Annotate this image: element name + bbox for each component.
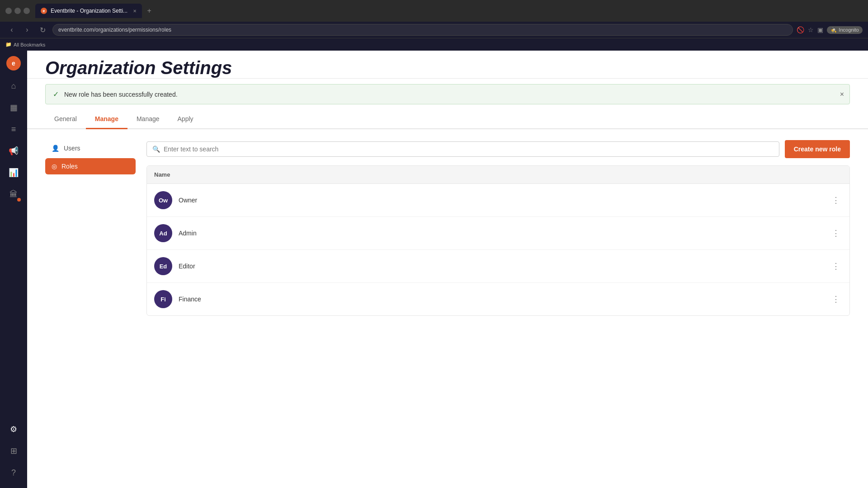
incognito-icon: 🕵 [830,27,837,33]
role-name: Admin [179,230,823,237]
split-view-icon[interactable]: ▣ [817,26,823,33]
tab-close-button[interactable]: ✕ [133,9,137,14]
roles-toolbar: 🔍 Create new role [146,140,850,158]
sidebar-item-finance[interactable]: 🏛 [4,184,24,204]
role-avatar: Ed [154,257,172,275]
table-row: Ed Editor ⋮ [147,250,849,283]
sidebar-item-events[interactable]: ▦ [4,98,24,117]
roles-menu-label: Roles [61,163,78,170]
close-window-button[interactable] [24,8,30,14]
role-avatar: Ad [154,224,172,242]
folder-icon: 📁 [5,42,12,47]
main-content: Organization Settings ✓ New role has bee… [27,51,868,488]
sidebar-item-apps[interactable]: ⊞ [4,441,24,461]
address-bar: ‹ › ↻ eventbrite.com/organizations/permi… [0,22,868,38]
sidebar-item-marketing[interactable]: 📢 [4,141,24,161]
help-icon: ? [11,468,16,478]
incognito-label: Incognito [839,27,859,33]
sidebar-item-orders[interactable]: ≡ [4,119,24,139]
nav-buttons: ‹ › ↻ [5,23,49,36]
finance-icon: 🏛 [9,190,18,199]
no-image-icon: 🚫 [797,26,804,33]
side-menu-roles[interactable]: ◎ Roles [45,158,136,174]
left-panel: 👤 Users ◎ Roles [45,140,136,477]
minimize-button[interactable] [5,8,12,14]
marketing-icon: 📢 [9,146,19,156]
analytics-icon: 📊 [9,168,19,178]
tab-manage2[interactable]: Manage [127,110,169,129]
orders-icon: ≡ [11,125,16,134]
calendar-icon: ▦ [10,103,18,113]
sidebar-item-analytics[interactable]: 📊 [4,163,24,183]
success-checkmark-icon: ✓ [53,90,59,99]
finance-badge [17,198,21,202]
role-menu-button[interactable]: ⋮ [830,293,842,305]
search-icon: 🔍 [152,145,160,153]
new-tab-button[interactable]: + [144,5,155,16]
tab-bar: e Eventbrite - Organization Setti... ✕ + [35,4,863,18]
url-bar[interactable]: eventbrite.com/organizations/permissions… [52,24,793,36]
table-row: Ad Admin ⋮ [147,217,849,250]
success-message: New role has been successfully created. [64,91,178,98]
right-panel: 🔍 Create new role Name Ow Owner ⋮ Ad Adm… [146,140,850,477]
column-name-label: Name [154,171,170,178]
tab-title: Eventbrite - Organization Setti... [51,8,127,14]
tab-general[interactable]: General [45,110,86,129]
search-input[interactable] [164,145,774,153]
success-banner: ✓ New role has been successfully created… [45,84,850,104]
sidebar-item-help[interactable]: ? [4,463,24,483]
back-button[interactable]: ‹ [5,23,18,36]
role-avatar: Fi [154,290,172,308]
apps-icon: ⊞ [10,446,17,456]
content-area: 👤 Users ◎ Roles 🔍 Create new role [27,129,868,488]
tab-manage[interactable]: Manage [86,110,127,129]
settings-icon: ⚙ [10,424,17,434]
bookmarks-bar: 📁 All Bookmarks [0,38,868,51]
tab-apply[interactable]: Apply [169,110,203,129]
all-bookmarks[interactable]: 📁 All Bookmarks [5,42,45,47]
page-header: Organization Settings [27,51,868,79]
role-name: Owner [179,197,823,204]
users-menu-icon: 👤 [52,145,59,152]
window-controls [5,8,30,14]
table-row: Ow Owner ⋮ [147,184,849,217]
role-name: Editor [179,263,823,270]
maximize-button[interactable] [14,8,21,14]
forward-button[interactable]: › [21,23,33,36]
app-sidebar: e ⌂ ▦ ≡ 📢 📊 🏛 ⚙ ⊞ ? [0,51,27,488]
roles-list: Ow Owner ⋮ Ad Admin ⋮ Ed Editor ⋮ Fi Fin… [147,184,849,315]
bookmark-star-icon[interactable]: ☆ [808,26,814,33]
roles-menu-icon: ◎ [52,163,57,170]
app-layout: e ⌂ ▦ ≡ 📢 📊 🏛 ⚙ ⊞ ? [0,51,868,488]
role-menu-button[interactable]: ⋮ [830,227,842,239]
role-avatar: Ow [154,191,172,209]
browser-chrome: e Eventbrite - Organization Setti... ✕ + [0,0,868,22]
url-text: eventbrite.com/organizations/permissions… [58,27,171,33]
role-menu-button[interactable]: ⋮ [830,194,842,206]
sidebar-item-settings[interactable]: ⚙ [4,419,24,439]
role-menu-button[interactable]: ⋮ [830,260,842,272]
address-icons: 🚫 ☆ ▣ 🕵 Incognito [797,26,863,34]
table-header: Name [147,166,849,184]
side-menu-users[interactable]: 👤 Users [45,140,136,156]
incognito-badge: 🕵 Incognito [827,26,863,34]
active-tab[interactable]: e Eventbrite - Organization Setti... ✕ [35,4,142,18]
search-box[interactable]: 🔍 [146,141,779,157]
roles-table: Name Ow Owner ⋮ Ad Admin ⋮ Ed Editor ⋮ F… [146,165,850,316]
success-banner-close-button[interactable]: × [840,90,844,99]
create-role-button[interactable]: Create new role [785,140,850,158]
reload-button[interactable]: ↻ [36,23,49,36]
page-title: Organization Settings [45,51,850,78]
users-menu-label: Users [64,145,80,152]
sidebar-item-home[interactable]: ⌂ [4,76,24,96]
tab-navigation: General Manage Manage Apply [27,110,868,129]
app-logo[interactable]: e [6,56,21,70]
all-bookmarks-label: All Bookmarks [14,42,45,47]
table-row: Fi Finance ⋮ [147,283,849,315]
tab-favicon: e [41,8,47,14]
role-name: Finance [179,296,823,303]
home-icon: ⌂ [11,81,16,91]
